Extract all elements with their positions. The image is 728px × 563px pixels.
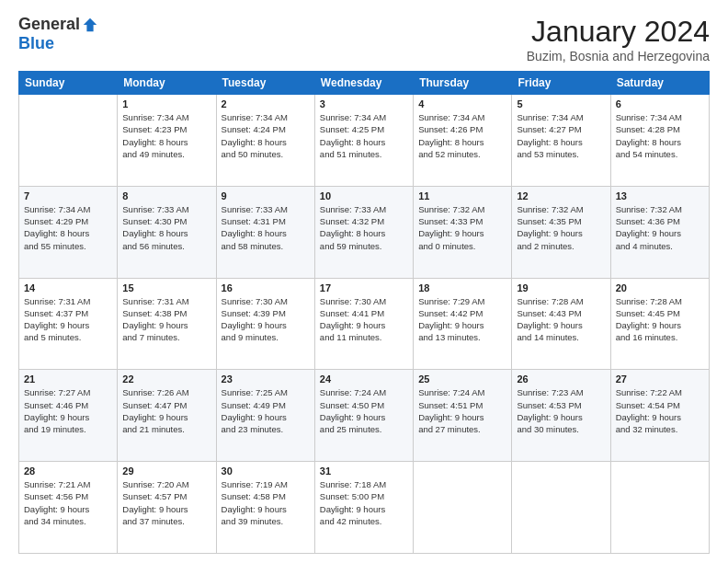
table-row: 22Sunrise: 7:26 AMSunset: 4:47 PMDayligh…: [118, 370, 216, 462]
day-number: 6: [616, 98, 704, 109]
col-wednesday: Wednesday: [314, 72, 413, 95]
day-number: 9: [222, 190, 310, 201]
table-row: [610, 462, 709, 554]
day-number: 4: [418, 98, 506, 109]
col-thursday: Thursday: [414, 72, 512, 95]
location: Buzim, Bosnia and Herzegovina: [527, 49, 710, 63]
day-number: 13: [616, 190, 704, 201]
day-info: Sunrise: 7:21 AMSunset: 4:56 PMDaylight:…: [24, 478, 112, 527]
day-info: Sunrise: 7:34 AMSunset: 4:23 PMDaylight:…: [122, 111, 210, 160]
table-row: 26Sunrise: 7:23 AMSunset: 4:53 PMDayligh…: [512, 370, 610, 462]
title-area: January 2024 Buzim, Bosnia and Herzegovi…: [527, 15, 710, 63]
day-info: Sunrise: 7:30 AMSunset: 4:39 PMDaylight:…: [222, 295, 310, 344]
table-row: [512, 462, 610, 554]
logo: General Blue: [18, 15, 98, 53]
day-info: Sunrise: 7:34 AMSunset: 4:25 PMDaylight:…: [320, 111, 408, 160]
table-row: 3Sunrise: 7:34 AMSunset: 4:25 PMDaylight…: [314, 95, 413, 187]
day-number: 23: [222, 373, 310, 385]
table-row: 17Sunrise: 7:30 AMSunset: 4:41 PMDayligh…: [314, 278, 413, 370]
calendar-week-row: 14Sunrise: 7:31 AMSunset: 4:37 PMDayligh…: [19, 278, 710, 370]
table-row: 24Sunrise: 7:24 AMSunset: 4:50 PMDayligh…: [314, 370, 413, 462]
table-row: 31Sunrise: 7:18 AMSunset: 5:00 PMDayligh…: [314, 462, 413, 554]
day-number: 5: [517, 98, 605, 109]
table-row: 10Sunrise: 7:33 AMSunset: 4:32 PMDayligh…: [314, 186, 413, 278]
table-row: 13Sunrise: 7:32 AMSunset: 4:36 PMDayligh…: [610, 186, 709, 278]
day-info: Sunrise: 7:31 AMSunset: 4:38 PMDaylight:…: [122, 295, 210, 344]
day-number: 25: [418, 373, 506, 385]
day-number: 26: [517, 373, 605, 385]
day-info: Sunrise: 7:24 AMSunset: 4:51 PMDaylight:…: [418, 386, 506, 435]
calendar-week-row: 7Sunrise: 7:34 AMSunset: 4:29 PMDaylight…: [19, 186, 710, 278]
day-info: Sunrise: 7:33 AMSunset: 4:30 PMDaylight:…: [122, 203, 210, 252]
header: General Blue January 2024 Buzim, Bosnia …: [18, 15, 710, 63]
table-row: [19, 95, 118, 187]
day-number: 19: [517, 282, 605, 293]
table-row: 5Sunrise: 7:34 AMSunset: 4:27 PMDaylight…: [512, 95, 610, 187]
day-info: Sunrise: 7:27 AMSunset: 4:46 PMDaylight:…: [24, 386, 112, 435]
table-row: 15Sunrise: 7:31 AMSunset: 4:38 PMDayligh…: [118, 278, 216, 370]
day-number: 15: [122, 282, 210, 293]
table-row: 23Sunrise: 7:25 AMSunset: 4:49 PMDayligh…: [216, 370, 314, 462]
calendar-week-row: 1Sunrise: 7:34 AMSunset: 4:23 PMDaylight…: [19, 95, 710, 187]
day-info: Sunrise: 7:18 AMSunset: 5:00 PMDaylight:…: [320, 478, 408, 527]
day-info: Sunrise: 7:29 AMSunset: 4:42 PMDaylight:…: [418, 295, 506, 344]
day-info: Sunrise: 7:26 AMSunset: 4:47 PMDaylight:…: [122, 386, 210, 435]
table-row: 30Sunrise: 7:19 AMSunset: 4:58 PMDayligh…: [216, 462, 314, 554]
logo-general: General: [18, 15, 80, 34]
day-number: 28: [24, 465, 112, 477]
calendar-table: Sunday Monday Tuesday Wednesday Thursday…: [18, 71, 710, 554]
day-info: Sunrise: 7:24 AMSunset: 4:50 PMDaylight:…: [320, 386, 408, 435]
logo-blue: Blue: [18, 34, 54, 53]
table-row: 9Sunrise: 7:33 AMSunset: 4:31 PMDaylight…: [216, 186, 314, 278]
day-info: Sunrise: 7:34 AMSunset: 4:29 PMDaylight:…: [24, 203, 112, 252]
day-number: 1: [122, 98, 210, 109]
col-sunday: Sunday: [19, 72, 118, 95]
table-row: 2Sunrise: 7:34 AMSunset: 4:24 PMDaylight…: [216, 95, 314, 187]
table-row: 6Sunrise: 7:34 AMSunset: 4:28 PMDaylight…: [610, 95, 709, 187]
day-number: 18: [418, 282, 506, 293]
day-number: 31: [320, 465, 408, 477]
table-row: 4Sunrise: 7:34 AMSunset: 4:26 PMDaylight…: [414, 95, 512, 187]
table-row: 19Sunrise: 7:28 AMSunset: 4:43 PMDayligh…: [512, 278, 610, 370]
day-number: 11: [418, 190, 506, 201]
table-row: 8Sunrise: 7:33 AMSunset: 4:30 PMDaylight…: [118, 186, 216, 278]
calendar-week-row: 28Sunrise: 7:21 AMSunset: 4:56 PMDayligh…: [19, 462, 710, 554]
table-row: 28Sunrise: 7:21 AMSunset: 4:56 PMDayligh…: [19, 462, 118, 554]
calendar-week-row: 21Sunrise: 7:27 AMSunset: 4:46 PMDayligh…: [19, 370, 710, 462]
col-monday: Monday: [118, 72, 216, 95]
month-title: January 2024: [527, 15, 710, 49]
day-number: 27: [616, 373, 704, 385]
svg-marker-0: [84, 17, 97, 30]
table-row: 1Sunrise: 7:34 AMSunset: 4:23 PMDaylight…: [118, 95, 216, 187]
table-row: 16Sunrise: 7:30 AMSunset: 4:39 PMDayligh…: [216, 278, 314, 370]
table-row: 14Sunrise: 7:31 AMSunset: 4:37 PMDayligh…: [19, 278, 118, 370]
day-number: 24: [320, 373, 408, 385]
table-row: 25Sunrise: 7:24 AMSunset: 4:51 PMDayligh…: [414, 370, 512, 462]
day-number: 29: [122, 465, 210, 477]
day-info: Sunrise: 7:34 AMSunset: 4:24 PMDaylight:…: [222, 111, 310, 160]
day-info: Sunrise: 7:32 AMSunset: 4:33 PMDaylight:…: [418, 203, 506, 252]
day-info: Sunrise: 7:19 AMSunset: 4:58 PMDaylight:…: [222, 478, 310, 527]
day-number: 10: [320, 190, 408, 201]
day-info: Sunrise: 7:33 AMSunset: 4:32 PMDaylight:…: [320, 203, 408, 252]
day-number: 21: [24, 373, 112, 385]
day-number: 2: [222, 98, 310, 109]
day-info: Sunrise: 7:33 AMSunset: 4:31 PMDaylight:…: [222, 203, 310, 252]
day-number: 17: [320, 282, 408, 293]
table-row: 21Sunrise: 7:27 AMSunset: 4:46 PMDayligh…: [19, 370, 118, 462]
day-number: 12: [517, 190, 605, 201]
day-number: 30: [222, 465, 310, 477]
day-number: 7: [24, 190, 112, 201]
day-info: Sunrise: 7:25 AMSunset: 4:49 PMDaylight:…: [222, 386, 310, 435]
table-row: 11Sunrise: 7:32 AMSunset: 4:33 PMDayligh…: [414, 186, 512, 278]
day-info: Sunrise: 7:34 AMSunset: 4:28 PMDaylight:…: [616, 111, 704, 160]
day-number: 16: [222, 282, 310, 293]
table-row: 18Sunrise: 7:29 AMSunset: 4:42 PMDayligh…: [414, 278, 512, 370]
logo-icon: [82, 17, 98, 33]
day-number: 3: [320, 98, 408, 109]
day-info: Sunrise: 7:34 AMSunset: 4:27 PMDaylight:…: [517, 111, 605, 160]
day-number: 14: [24, 282, 112, 293]
day-info: Sunrise: 7:28 AMSunset: 4:45 PMDaylight:…: [616, 295, 704, 344]
col-tuesday: Tuesday: [216, 72, 314, 95]
table-row: 7Sunrise: 7:34 AMSunset: 4:29 PMDaylight…: [19, 186, 118, 278]
